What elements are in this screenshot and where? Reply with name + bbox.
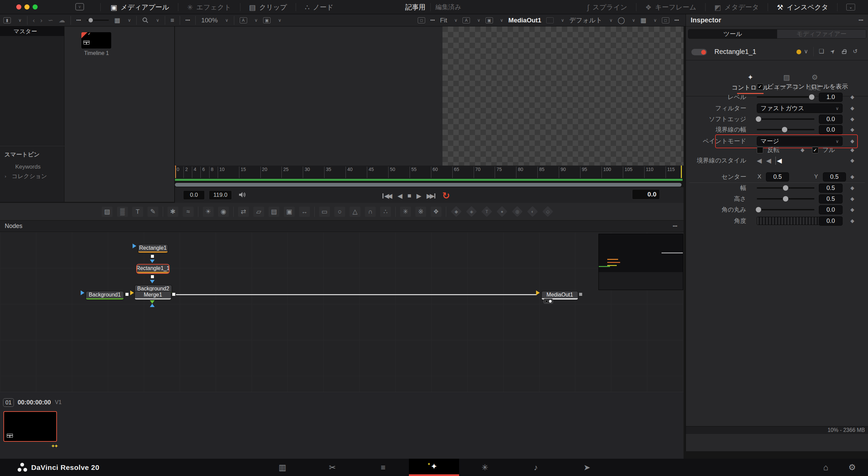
- timeline-ruler[interactable]: 0246810152025303540455055606570758085909…: [175, 166, 683, 178]
- border-width-keyframe-icon[interactable]: ◆: [850, 127, 854, 133]
- node-color-dot[interactable]: [796, 50, 801, 54]
- overlay-chevron-icon[interactable]: ∨: [278, 18, 281, 23]
- height-value[interactable]: 0.5: [819, 194, 843, 204]
- viewer-annotation-chevron-icon[interactable]: ∨: [477, 18, 480, 23]
- fusion-viewer[interactable]: [175, 26, 684, 166]
- particle-emitter-tool-icon[interactable]: ✳: [400, 207, 411, 217]
- roi-chevron-icon[interactable]: ∨: [561, 18, 564, 23]
- wheel-chevron-icon[interactable]: ∨: [632, 18, 635, 23]
- close-window-button[interactable]: [16, 4, 21, 9]
- shape-3d-tool-icon[interactable]: ◈: [466, 207, 477, 217]
- minimize-window-button[interactable]: [24, 4, 29, 9]
- bin-view-icon[interactable]: ▮: [3, 17, 11, 23]
- border-width-value[interactable]: 0.0: [819, 125, 843, 134]
- paint-mode-keyframe-icon[interactable]: ◆: [850, 138, 854, 144]
- home-icon[interactable]: ⌂: [823, 462, 828, 472]
- rectangle1-output-pin[interactable]: [151, 254, 154, 258]
- filter-dropdown[interactable]: ファストガウス ∨: [757, 103, 843, 113]
- inspector-options-icon[interactable]: •••: [859, 18, 863, 23]
- viewer-lut-select[interactable]: デフォルト: [569, 16, 602, 25]
- corner-radius-slider[interactable]: [757, 209, 814, 210]
- spline-preview-thumbnail[interactable]: [598, 234, 683, 290]
- toggle-inspector[interactable]: ⚒ インスペクタ: [768, 0, 837, 14]
- page-tab-fairlight[interactable]: ♪: [511, 459, 561, 476]
- roi-icon[interactable]: [546, 17, 554, 23]
- angle-keyframe-icon[interactable]: ◆: [850, 218, 854, 224]
- width-value[interactable]: 0.5: [819, 184, 843, 193]
- border-style-square-button[interactable]: ◀: [775, 157, 782, 165]
- more-options-icon[interactable]: •••: [76, 18, 81, 23]
- bin-collections[interactable]: コレクション: [12, 172, 47, 180]
- nodes-options-icon[interactable]: •••: [673, 224, 677, 229]
- back-nav-icon[interactable]: ‹: [33, 17, 35, 23]
- overlay-icon[interactable]: ▣: [263, 17, 271, 23]
- image-plane-3d-tool-icon[interactable]: ◆: [451, 207, 461, 217]
- border-style-keyframe-icon[interactable]: ◆: [850, 157, 854, 164]
- border-width-slider[interactable]: [757, 129, 814, 130]
- toggle-keyframes[interactable]: ❖ キーフレーム: [636, 0, 705, 14]
- transform-tool-icon[interactable]: ⇄: [238, 207, 249, 217]
- background-tool-icon[interactable]: ▨: [102, 207, 113, 217]
- search-icon[interactable]: [142, 17, 149, 23]
- polygon-mask-tool-icon[interactable]: △: [350, 207, 360, 217]
- tab-modifiers[interactable]: モディファイアー: [777, 30, 866, 38]
- corner-radius-value[interactable]: 0.0: [819, 205, 843, 214]
- viewer-options-icon[interactable]: •••: [430, 18, 435, 23]
- search-chevron-icon[interactable]: ∨: [156, 18, 159, 23]
- viewer-annotation-icon[interactable]: A: [462, 17, 470, 23]
- page-tab-deliver[interactable]: ➤: [562, 459, 612, 476]
- fit-chevron-icon[interactable]: ∨: [454, 18, 458, 23]
- zoom-chevron-icon[interactable]: ∨: [225, 18, 229, 23]
- copy-settings-icon[interactable]: ❏: [819, 49, 824, 54]
- viewer-layer-icon[interactable]: ▣: [486, 17, 493, 23]
- toggle-media-pool[interactable]: ▣ メディアプール: [102, 0, 178, 14]
- relink-icon[interactable]: ∽: [48, 17, 53, 23]
- merge1-mask-input-icon[interactable]: [150, 301, 155, 307]
- angle-value[interactable]: 0.0: [819, 216, 843, 226]
- spotlight-3d-tool-icon[interactable]: ◐: [527, 207, 538, 217]
- invert-checkbox[interactable]: [757, 147, 763, 153]
- center-x-field[interactable]: 0.5: [766, 172, 789, 182]
- node-graph-canvas[interactable]: Rectangle1 Rectangle1_1 Background2 Back…: [0, 232, 684, 392]
- checker-chevron-icon[interactable]: ∨: [653, 18, 657, 23]
- color-wheel-icon[interactable]: ◯: [618, 17, 625, 23]
- camera-3d-tool-icon[interactable]: ◎: [512, 207, 522, 217]
- mediaout1-output-pin[interactable]: [579, 292, 583, 296]
- level-value[interactable]: 1.0: [819, 93, 843, 102]
- corner-radius-keyframe-icon[interactable]: ◆: [850, 207, 854, 213]
- hue-curves-tool-icon[interactable]: ◉: [218, 207, 229, 217]
- level-slider[interactable]: [757, 96, 814, 98]
- project-settings-gear-icon[interactable]: ⚙: [848, 462, 856, 472]
- resize-tool-icon[interactable]: ↔: [299, 207, 310, 217]
- filter-keyframe-icon[interactable]: ◆: [850, 105, 854, 111]
- viewer-more-icon[interactable]: •••: [674, 18, 679, 23]
- page-tab-fusion[interactable]: ✦: [409, 459, 459, 476]
- paint-mode-dropdown[interactable]: マージ ∨: [757, 136, 843, 146]
- invert-keyframe-icon[interactable]: ◆: [801, 147, 805, 153]
- grid-view-chevron-icon[interactable]: ∨: [128, 18, 131, 23]
- maximize-window-button[interactable]: [33, 4, 38, 9]
- border-style-bevel-button[interactable]: ◀: [757, 157, 762, 165]
- letterbox-tool-icon[interactable]: ▤: [269, 207, 279, 217]
- range-in-field[interactable]: 0.0: [183, 190, 205, 200]
- reset-icon[interactable]: ↺: [853, 49, 857, 54]
- page-layout-toggle[interactable]: ∨: [75, 3, 84, 11]
- thumbnail-size-slider[interactable]: [86, 20, 109, 21]
- page-tab-edit[interactable]: ≡: [358, 459, 408, 476]
- border-style-round-button[interactable]: ◀: [766, 157, 771, 165]
- checker-toggle-icon[interactable]: ▦: [640, 17, 646, 23]
- blur-tool-icon[interactable]: ✱: [167, 207, 178, 217]
- particle-merge-tool-icon[interactable]: ※: [415, 207, 426, 217]
- dve-tool-icon[interactable]: ▱: [253, 207, 264, 217]
- crop-tool-icon[interactable]: ▣: [284, 207, 295, 217]
- step-back-button[interactable]: ◀: [397, 192, 401, 200]
- bin-keywords[interactable]: Keywords: [15, 164, 41, 170]
- rectangle-mask-tool-icon[interactable]: ▭: [319, 207, 330, 217]
- current-clip-thumbnail[interactable]: [3, 411, 57, 442]
- color-corrector-tool-icon[interactable]: ☀: [203, 207, 214, 217]
- play-button[interactable]: ▶: [416, 192, 420, 200]
- expand-viewer-icon[interactable]: □: [662, 17, 669, 23]
- viewer1-dot[interactable]: [545, 300, 548, 303]
- collections-chevron-icon[interactable]: ›: [5, 174, 6, 179]
- page-tab-cut[interactable]: ✂: [307, 459, 357, 476]
